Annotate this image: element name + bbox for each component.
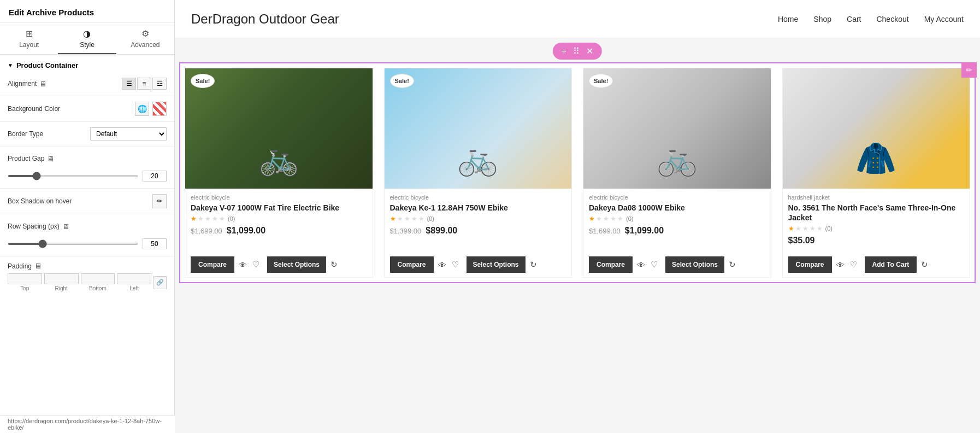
product-grid: 🚲 Sale! electric bicycle Dakeya V-07 100… — [185, 68, 970, 278]
alignment-label: Alignment 🖥 — [8, 80, 46, 88]
padding-right-input[interactable] — [44, 273, 79, 284]
nav-shop[interactable]: Shop — [813, 15, 831, 24]
nav-home[interactable]: Home — [778, 15, 798, 24]
product-gap-value[interactable]: 20 — [143, 171, 167, 182]
price-new-3: $1,099.00 — [625, 226, 664, 236]
tab-layout[interactable]: ⊞ Layout — [0, 23, 58, 54]
star-icon: ★ — [404, 215, 410, 223]
wishlist-btn-3[interactable]: ♡ — [650, 259, 659, 271]
tab-layout-label: Layout — [19, 41, 39, 49]
padding-left-input[interactable] — [117, 273, 151, 284]
tab-style-label: Style — [80, 41, 95, 49]
star-icon: ★ — [603, 215, 609, 223]
nav-checkout[interactable]: Checkout — [876, 15, 908, 24]
compare-btn-1[interactable]: Compare — [191, 256, 234, 273]
link-padding-btn[interactable]: 🔗 — [154, 276, 167, 289]
product-image-2: 🚲 Sale! — [385, 68, 572, 189]
tab-advanced[interactable]: ⚙ Advanced — [116, 23, 174, 54]
star-icon: ★ — [617, 215, 623, 223]
view-btn-1[interactable]: 👁 — [238, 259, 248, 271]
star-icon: ★ — [817, 225, 823, 232]
padding-right-label: Right — [55, 285, 67, 291]
product-container-header[interactable]: ▼ Product Container — [0, 55, 174, 74]
box-shadow-edit-btn[interactable]: ✏ — [152, 194, 167, 208]
edit-pencil-btn[interactable]: ✏ — [961, 62, 977, 78]
product-stars-3: ★ ★ ★ ★ ★ (0) — [589, 215, 765, 223]
compare-btn-4[interactable]: Compare — [788, 256, 832, 273]
select-options-btn-2[interactable]: Select Options — [467, 256, 526, 273]
compare-btn-2[interactable]: Compare — [390, 256, 434, 273]
tabs-row: ⊞ Layout ◑ Style ⚙ Advanced — [0, 23, 174, 55]
nav-cart[interactable]: Cart — [847, 15, 861, 24]
product-price-4: $35.09 — [788, 236, 965, 245]
product-stars-4: ★ ★ ★ ★ ★ (0) — [788, 225, 965, 232]
toolbar-add-btn[interactable]: + — [559, 46, 569, 56]
product-gap-slider[interactable] — [8, 175, 138, 177]
row-spacing-slider-row: 50 — [0, 236, 174, 254]
star-icon: ★ — [212, 215, 218, 223]
align-left-btn[interactable]: ☰ — [122, 78, 136, 90]
padding-bottom-input[interactable] — [81, 273, 115, 284]
star-icon: ★ — [191, 215, 197, 223]
tab-style[interactable]: ◑ Style — [58, 23, 116, 54]
row-spacing-monitor-icon: 🖥 — [62, 223, 69, 231]
color-controls: 🌐 — [135, 102, 167, 116]
product-info-3: electric bicycle Dakeya Da08 1000W Ebike… — [583, 189, 771, 253]
row-spacing-slider[interactable] — [8, 243, 138, 245]
price-new-2: $899.00 — [426, 226, 457, 236]
product-gap-slider-row: 20 — [0, 168, 174, 186]
select-options-btn-3[interactable]: Select Options — [665, 256, 724, 273]
color-swatch[interactable] — [152, 102, 167, 116]
toolbar-drag-btn[interactable]: ⠿ — [571, 46, 582, 56]
add-to-cart-btn-4[interactable]: Add To Cart — [865, 256, 917, 273]
wishlist-btn-2[interactable]: ♡ — [451, 259, 460, 271]
product-gap-row: Product Gap 🖥 — [0, 149, 174, 168]
review-count-1: (0) — [228, 215, 235, 222]
padding-right-field: Right — [44, 273, 79, 291]
row-spacing-value[interactable]: 50 — [143, 238, 167, 249]
product-actions-2: Compare 👁 ♡ Select Options ↻ — [385, 253, 572, 277]
view-btn-4[interactable]: 👁 — [835, 259, 846, 271]
align-right-btn[interactable]: ☲ — [152, 78, 167, 90]
style-icon: ◑ — [83, 28, 91, 39]
align-center-btn[interactable]: ≡ — [137, 78, 151, 90]
star-icon: ★ — [219, 215, 225, 223]
background-color-label: Background Color — [8, 105, 60, 113]
toolbar-close-btn[interactable]: ✕ — [584, 46, 595, 56]
product-info-1: electric bicycle Dakeya V-07 1000W Fat T… — [185, 189, 373, 253]
nav-account[interactable]: My Account — [924, 15, 964, 24]
compare-icon-btn-1[interactable]: ↻ — [329, 259, 339, 271]
border-type-select[interactable]: Default Solid Dashed Dotted None — [90, 127, 167, 141]
view-btn-3[interactable]: 👁 — [636, 259, 646, 271]
padding-top-input[interactable] — [8, 273, 42, 284]
border-type-label: Border Type — [8, 130, 43, 138]
global-color-btn[interactable]: 🌐 — [135, 102, 149, 116]
star-icon: ★ — [418, 215, 424, 223]
product-actions-4: Compare 👁 ♡ Add To Cart ↻ — [783, 253, 970, 277]
padding-label: Padding 🖥 — [8, 262, 167, 270]
view-btn-2[interactable]: 👁 — [437, 259, 447, 271]
product-container-label: Product Container — [16, 61, 78, 69]
product-area-wrapper: + ⠿ ✕ ✏ 🚲 Sale! electric bicycle — [175, 38, 980, 433]
panel-title: Edit Archive Products — [0, 0, 174, 23]
star-icon: ★ — [802, 225, 808, 232]
wishlist-btn-1[interactable]: ♡ — [251, 259, 261, 271]
select-options-btn-1[interactable]: Select Options — [267, 256, 326, 273]
compare-icon-btn-3[interactable]: ↻ — [728, 259, 737, 271]
star-icon: ★ — [390, 215, 396, 223]
collapse-arrow-icon: ▼ — [8, 62, 13, 68]
top-nav: DerDragon Outdoor Gear Home Shop Cart Ch… — [175, 0, 980, 38]
product-category-4: hardshell jacket — [788, 194, 965, 201]
product-card-3: 🚲 Sale! electric bicycle Dakeya Da08 100… — [583, 68, 771, 278]
compare-btn-3[interactable]: Compare — [589, 256, 633, 273]
wishlist-btn-4[interactable]: ♡ — [849, 259, 858, 271]
left-panel: Edit Archive Products ⊞ Layout ◑ Style ⚙… — [0, 0, 175, 433]
product-price-3: $1,699.00 $1,099.00 — [589, 226, 765, 236]
star-icon: ★ — [795, 225, 801, 232]
review-count-4: (0) — [825, 225, 833, 232]
product-image-1: 🚲 Sale! — [185, 68, 373, 189]
compare-icon-btn-2[interactable]: ↻ — [529, 259, 538, 271]
compare-icon-btn-4[interactable]: ↻ — [920, 259, 929, 271]
nav-links: Home Shop Cart Checkout My Account — [778, 15, 964, 24]
main-area: DerDragon Outdoor Gear Home Shop Cart Ch… — [175, 0, 980, 433]
